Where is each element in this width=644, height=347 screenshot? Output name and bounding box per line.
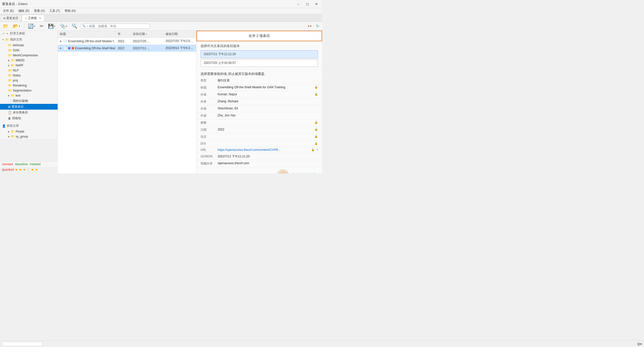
refresh-button[interactable]: ↻ [314,23,321,29]
expand-icon-1[interactable]: ▶ [60,40,62,42]
attach-icon: 📎 [60,23,65,29]
tag-baseline[interactable]: /baseline [15,162,28,166]
field-row-type: 类型 期刊文章 [196,77,322,84]
sidebar-item-unclassified[interactable]: 📋 未分类条目 [0,110,58,115]
sidebar-item-proj[interactable]: 📁 proj [0,78,58,83]
version-option-1[interactable]: 2022/7/11 下午11:11:20 [200,50,318,58]
sidebar-open-workspace[interactable]: ↗ ✦ 打开工作区 [0,31,58,36]
sync-button[interactable]: 🔄 ▾ [26,22,37,30]
just4ref-row: /just4ref ★ ★ ★ ☆ ★ ★ [2,168,38,171]
close-button[interactable]: ✕ [313,2,320,7]
menu-help[interactable]: 帮助 (H) [63,8,78,14]
sidebar-group-library-header[interactable]: 👤 群组文库 [0,123,58,129]
lock-icon-url[interactable]: 🔒 [311,148,315,151]
save-button[interactable]: 💾 ▾ [46,22,57,30]
save-arrow: ▾ [54,25,55,27]
attach-arrow: ▾ [66,25,67,27]
sidebar-item-Perple[interactable]: ▶ 📁 Perple [0,129,58,134]
minimize-button[interactable]: – [295,2,302,7]
collapse-icon: ▶ [8,135,10,138]
sidebar-item-MeshCompression[interactable]: 📁 MeshCompression [0,53,58,58]
menu-file[interactable]: 文件 (E) [1,8,16,14]
sidebar-item-Notes[interactable]: 📁 Notes [0,73,58,78]
sync-arrow: ▾ [34,25,35,27]
lock-icon-language[interactable]: 🔒 [314,135,318,138]
cut-button[interactable]: ✂ [38,22,45,30]
sidebar-item-trash[interactable]: 🗑 回收站 [0,115,58,121]
tab-close-button[interactable]: ✕ [39,17,41,20]
sidebar-my-library-header[interactable]: ▼ 📁 我的文库 [0,36,58,43]
th-year[interactable]: 年 [116,31,131,37]
star-6[interactable]: ★ [35,168,38,171]
group-person-icon: 👤 [2,124,6,128]
url-dropdown[interactable]: ▾ [317,148,318,151]
th-year-label: 年 [118,32,121,36]
menu-view[interactable]: 查看 (V) [32,8,47,14]
sidebar-item-MM3D[interactable]: ▶ 📁 MM3D [0,58,58,63]
lock-icon-doi[interactable]: 🔒 [314,142,318,145]
td-title-1: ▶ 📄 Ensembling Off-the-shelf Models f... [58,39,116,44]
folder-icon-my-library: 📁 [5,38,9,41]
sidebar-item-NeRF[interactable]: ▶ 📁 NeRF [0,63,58,68]
sidebar-item-NLP[interactable]: 📁 NLP [0,68,58,73]
star-5[interactable]: ★ [31,168,34,171]
td-modified-2: 2022/9/14 下午6:38:... [164,46,196,51]
star-4-empty[interactable]: ☆ [27,168,30,171]
lock-icon-author1[interactable]: 🔒 [314,93,318,96]
star-1[interactable]: ★ [15,168,18,171]
search-input[interactable] [89,24,148,28]
table-row[interactable]: ▶ 📄 Ensembling Off-the-Shelf Mod... 2022… [58,45,196,52]
search-button[interactable]: 🔍 [70,22,79,30]
new-collection-button[interactable]: 📁 [1,22,10,30]
navigate-button[interactable]: ➤ ▾ [306,23,313,29]
merge-header[interactable]: 合并 2 项条目 [196,31,322,41]
item-label-Segmentation: Segmentation [13,89,31,92]
tab-workspace[interactable]: ✦ 工作区 ✕ [22,15,45,21]
sidebar-item-xy-group[interactable]: ▶ 📁 xy_group [0,134,58,139]
sidebar-item-GAN[interactable]: 📁 GAN [0,48,58,53]
th-modified[interactable]: 修改日期 [164,31,196,37]
sidebar-item-Rendering[interactable]: 📁 Rendering [0,83,58,88]
sync-icon: 🔄 [28,23,33,29]
tag-unread[interactable]: /unread [2,162,13,166]
version-option-2[interactable]: 2022/7/20 上午10:30:57 [200,59,318,67]
sidebar-item-test[interactable]: ▶ 📁 test [0,93,58,98]
table-row[interactable]: ▶ 📄 Ensembling Off-the-shelf Models f...… [58,38,196,45]
star-3[interactable]: ★ [23,168,26,171]
cut-icon: ✂ [40,23,44,29]
sidebar-item-duplicates[interactable]: ⊞ 重复条目 [0,104,58,110]
lock-icon-title[interactable]: 🔒 [314,85,318,89]
tag-just4ref[interactable]: /just4ref [2,168,14,171]
lock-icon-date[interactable]: 🔒 [314,128,318,131]
sidebar-item-my-pub[interactable]: 📄 我的出版物 [0,98,58,104]
item-label-Rendering: Rendering [13,84,27,87]
open-folder-button[interactable]: 📂 ▾ [11,22,22,30]
field-row-access-time: 访问时间 2022/7/11 下午11:11:20 [196,153,322,160]
my-library-label: 我的文库 [10,37,22,42]
maximize-button[interactable]: ◻ [304,2,311,7]
sidebar-item-Segmentation[interactable]: 📁 Segmentation [0,88,58,93]
field-value-author1: Kumari, Nupur [218,93,312,96]
td-year-1: 2021 [116,39,131,44]
th-added[interactable]: 添加日期 ▾ [131,31,164,37]
field-label-language: 语言 [200,135,216,139]
field-label-access-time: 访问时间 [200,154,216,159]
expand-icon-2[interactable]: ▶ [60,47,62,50]
field-label-author1: 作者 [200,93,216,97]
tag-related[interactable]: /related [30,162,41,166]
search-bar[interactable]: 🔍 ▾ [80,24,150,29]
field-label-date: 日期 [200,128,216,132]
open-folder-icon: 📂 [13,23,18,29]
attach-button[interactable]: 📎 ▾ [58,22,69,30]
field-value-catalog: openaccess.thecvf.com [218,161,318,165]
menu-edit[interactable]: 编辑 (E) [16,8,31,14]
tab-my-library[interactable]: ⊞ 重复条目 [0,15,22,21]
item-label-my-pub: 我的出版物 [13,99,28,103]
field-row-date: 日期 2022 🔒 [196,126,322,134]
pkmer-logo-svg [278,171,287,173]
menu-tools[interactable]: 工具 (T) [47,8,62,14]
lock-icon-abstract[interactable]: 🔒 [314,121,318,124]
th-title[interactable]: 标题 [58,31,116,37]
sidebar-item-birthrate[interactable]: 📁 birthrate [0,43,58,48]
star-2[interactable]: ★ [19,168,22,171]
